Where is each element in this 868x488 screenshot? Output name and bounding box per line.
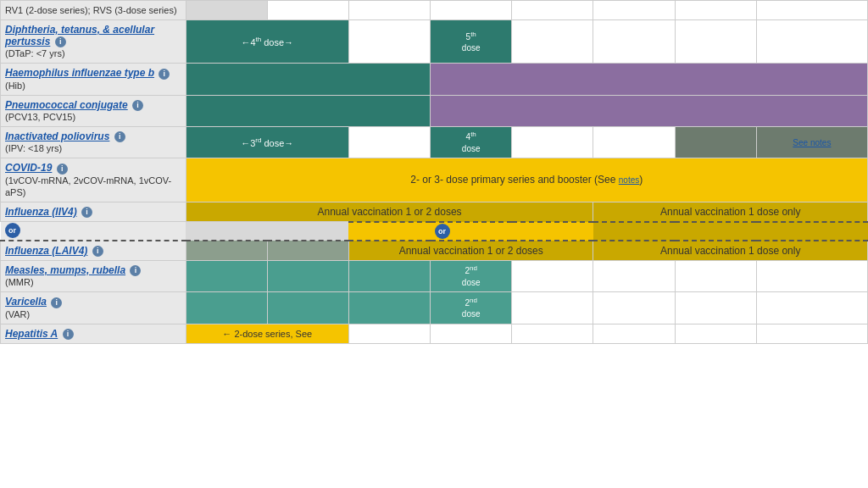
covid-description: 2- or 3- dose primary series and booster…: [186, 158, 867, 202]
hib-teal: [186, 64, 431, 95]
table-row: Measles, mumps, rubella i (MMR) 2nddose: [1, 260, 868, 291]
or-badge-2: or: [435, 224, 450, 239]
table-row: Hepatitis A i ← 2-dose series, See: [1, 324, 868, 343]
hib-purple: [431, 64, 868, 95]
table-row: Haemophilus influenzae type b i (Hib): [1, 64, 868, 95]
mmr-dose2: 2nddose: [431, 260, 512, 291]
table-row: Inactivated poliovirus i (IPV: <18 yrs) …: [1, 126, 868, 158]
influenza-or-separator: or or: [1, 222, 868, 241]
or-badge: or: [5, 223, 20, 238]
iiv4-annual-1-2: Annual vaccination 1 or 2 doses: [186, 202, 593, 222]
ipv-subtext: (IPV: <18 yrs): [5, 143, 62, 153]
mmr-subtext: (MMR): [5, 277, 34, 287]
iiv4-name[interactable]: Influenza (IIV4): [5, 206, 77, 218]
laiv4-annual-1: Annual vaccination 1 dose only: [593, 241, 868, 261]
mmr-name[interactable]: Measles, mumps, rubella: [5, 264, 125, 276]
ipv-info-icon[interactable]: i: [114, 131, 125, 142]
varicella-subtext: (VAR): [5, 309, 30, 319]
ipv-name[interactable]: Inactivated poliovirus: [5, 130, 109, 142]
dtap-info-icon[interactable]: i: [55, 36, 66, 47]
covid-subtext: (1vCOV-mRNA, 2vCOV-mRNA, 1vCOV-aPS): [5, 175, 171, 197]
pcv-purple: [431, 95, 868, 126]
hib-info-icon[interactable]: i: [159, 69, 170, 80]
pcv-subtext: (PCV13, PCV15): [5, 112, 75, 122]
pcv-name[interactable]: Pneumococcal conjugate: [5, 99, 128, 111]
vaccine-cell-iiv4: Influenza (IIV4) i: [1, 202, 186, 222]
iiv4-annual-1: Annual vaccination 1 dose only: [593, 202, 868, 222]
vaccine-cell-hib: Haemophilus influenzae type b i (Hib): [1, 64, 186, 95]
table-row: Diphtheria, tetanus, & acellular pertuss…: [1, 20, 868, 64]
hib-name[interactable]: Haemophilus influenzae type b: [5, 67, 154, 79]
varicella-info-icon[interactable]: i: [51, 297, 62, 308]
pcv-teal: [186, 95, 431, 126]
vaccine-cell-pcv: Pneumococcal conjugate i (PCV13, PCV15): [1, 95, 186, 126]
table-row: Influenza (IIV4) i Annual vaccination 1 …: [1, 202, 868, 222]
dtap-subtext: (DTaP: <7 yrs): [5, 48, 65, 58]
vaccine-cell-hepa: Hepatitis A i: [1, 324, 186, 343]
vaccine-cell-covid: COVID-19 i (1vCOV-mRNA, 2vCOV-mRNA, 1vCO…: [1, 158, 186, 202]
table-row: Influenza (LAIV4) i Annual vaccination 1…: [1, 241, 868, 261]
vaccine-cell-varicella: Varicella i (VAR): [1, 292, 186, 324]
ipv-dose4: 4thdose: [431, 126, 512, 158]
laiv4-grey1: [186, 241, 267, 261]
hib-subtext: (Hib): [5, 80, 25, 91]
covid-notes-link[interactable]: notes: [619, 175, 639, 185]
rv-subtext: RV1 (2-dose series); RVS (3-dose series): [5, 5, 177, 15]
mmr-info-icon[interactable]: i: [130, 265, 141, 276]
pcv-info-icon[interactable]: i: [132, 100, 143, 111]
varicella-name[interactable]: Varicella: [5, 296, 47, 308]
hepa-name[interactable]: Hepatitis A: [5, 328, 58, 340]
table-row: Pneumococcal conjugate i (PCV13, PCV15): [1, 95, 868, 126]
vaccine-cell-ipv: Inactivated poliovirus i (IPV: <18 yrs): [1, 126, 186, 158]
laiv4-info-icon[interactable]: i: [92, 246, 103, 257]
vaccine-cell-dtap: Diphtheria, tetanus, & acellular pertuss…: [1, 20, 186, 64]
vaccination-schedule-table: RV1 (2-dose series); RVS (3-dose series)…: [0, 0, 868, 344]
vaccine-cell-rv: RV1 (2-dose series); RVS (3-dose series): [1, 1, 186, 20]
laiv4-grey2: [267, 241, 348, 261]
dtap-name[interactable]: Diphtheria, tetanus, & acellular pertuss…: [5, 24, 154, 47]
covid-info-icon[interactable]: i: [57, 164, 68, 175]
hepa-2dose: ← 2-dose series, See: [186, 324, 348, 343]
laiv4-annual-1-2: Annual vaccination 1 or 2 doses: [348, 241, 593, 261]
ipv-see-notes: See notes: [756, 126, 867, 158]
hepa-info-icon[interactable]: i: [63, 329, 74, 340]
table-row: RV1 (2-dose series); RVS (3-dose series): [1, 1, 868, 20]
vaccine-cell-mmr: Measles, mumps, rubella i (MMR): [1, 260, 186, 291]
varicella-dose2: 2nddose: [431, 292, 512, 324]
table-row: COVID-19 i (1vCOV-mRNA, 2vCOV-mRNA, 1vCO…: [1, 158, 868, 202]
iiv4-info-icon[interactable]: i: [81, 207, 92, 218]
table-row: Varicella i (VAR) 2nddose: [1, 292, 868, 324]
vaccine-cell-laiv4: Influenza (LAIV4) i: [1, 241, 186, 261]
dtap-dose4: ←4th dose→: [186, 20, 348, 64]
dtap-dose5: 5thdose: [431, 20, 512, 64]
laiv4-name[interactable]: Influenza (LAIV4): [5, 245, 87, 257]
covid-name[interactable]: COVID-19: [5, 162, 52, 174]
ipv-dose3: ←3rd dose→: [186, 126, 348, 158]
